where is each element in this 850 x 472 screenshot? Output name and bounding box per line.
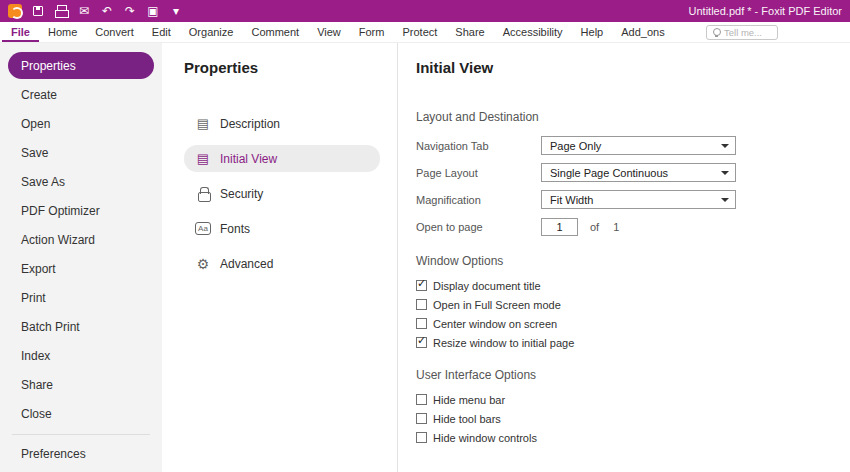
sidebar-item[interactable]: Share bbox=[8, 370, 154, 399]
layout-destination-heading: Layout and Destination bbox=[416, 110, 850, 124]
menubar-item[interactable]: Home bbox=[39, 22, 86, 42]
checkbox[interactable] bbox=[416, 280, 427, 291]
properties-category-item[interactable]: Aa Fonts bbox=[184, 215, 380, 242]
properties-category-item[interactable]: Security bbox=[184, 180, 380, 207]
layout-destination-rows: Navigation Tab Page Only Page Layout Sin… bbox=[416, 132, 850, 213]
redo-icon[interactable]: ↷ bbox=[123, 4, 137, 18]
checkbox[interactable] bbox=[416, 337, 427, 348]
sidebar-item[interactable]: Save As bbox=[8, 167, 154, 196]
checkbox-row[interactable]: Open in Full Screen mode bbox=[416, 295, 850, 314]
properties-category-item[interactable]: ▤ Description bbox=[184, 110, 380, 137]
open-to-page-label: Open to page bbox=[416, 221, 541, 233]
checkbox-row[interactable]: Hide menu bar bbox=[416, 390, 850, 409]
fonts-icon: Aa bbox=[195, 222, 211, 235]
menubar-item[interactable]: Organize bbox=[180, 22, 243, 42]
initial-view-panel: Initial View Layout and Destination Navi… bbox=[397, 43, 850, 472]
sidebar-item[interactable]: Create bbox=[8, 80, 154, 109]
menubar-item[interactable]: File bbox=[2, 22, 39, 42]
menubar-item[interactable]: View bbox=[308, 22, 350, 42]
menubar-item[interactable]: Share bbox=[446, 22, 493, 42]
more-tools-icon[interactable]: ▣ bbox=[146, 4, 160, 18]
chevron-down-icon bbox=[721, 198, 729, 206]
menubar-item[interactable]: Accessibility bbox=[494, 22, 572, 42]
tell-me-icon bbox=[712, 28, 720, 38]
window-title: Untitled.pdf * - Foxit PDF Editor bbox=[689, 5, 842, 17]
properties-category-item[interactable]: ⚙ Advanced bbox=[184, 250, 380, 277]
page-total: 1 bbox=[613, 221, 619, 233]
setting-label: Navigation Tab bbox=[416, 140, 541, 152]
properties-categories: ▤ Description ▤ Initial View Security bbox=[184, 110, 397, 277]
properties-title: Properties bbox=[184, 59, 397, 76]
checkbox[interactable] bbox=[416, 318, 427, 329]
description-icon: ▤ bbox=[195, 116, 211, 132]
menubar-item[interactable]: Edit bbox=[143, 22, 180, 42]
print-icon[interactable] bbox=[54, 4, 68, 18]
menubar-item[interactable]: Convert bbox=[86, 22, 143, 42]
checkbox-row[interactable]: Center window on screen bbox=[416, 314, 850, 333]
sidebar-item[interactable]: Batch Print bbox=[8, 312, 154, 341]
checkbox-label: Resize window to initial page bbox=[433, 337, 574, 349]
ui-options-heading: User Interface Options bbox=[416, 368, 850, 382]
checkbox[interactable] bbox=[416, 432, 427, 443]
sidebar-item[interactable]: PDF Optimizer bbox=[8, 196, 154, 225]
chevron-down-icon bbox=[721, 171, 729, 179]
dropdown-value: Fit Width bbox=[550, 194, 593, 206]
menubar-item[interactable]: Comment bbox=[242, 22, 308, 42]
dropdown[interactable]: Single Page Continuous bbox=[541, 163, 736, 182]
sidebar-item-preferences[interactable]: Preferences bbox=[8, 439, 154, 468]
sidebar-item[interactable]: Open bbox=[8, 109, 154, 138]
checkbox-label: Hide tool bars bbox=[433, 413, 501, 425]
menubar-item[interactable]: Help bbox=[572, 22, 613, 42]
email-icon[interactable]: ✉ bbox=[77, 4, 91, 18]
titlebar: ✉ ↶ ↷ ▣ ▾ Untitled.pdf * - Foxit PDF Edi… bbox=[0, 0, 850, 22]
properties-panel: Properties ▤ Description ▤ Initial View bbox=[162, 43, 397, 472]
ui-options-checkboxes: Hide menu bar Hide tool bars Hide window… bbox=[416, 390, 850, 447]
open-to-page-input[interactable] bbox=[541, 218, 578, 236]
sidebar-item[interactable]: Close bbox=[8, 399, 154, 428]
checkbox[interactable] bbox=[416, 299, 427, 310]
quick-access-toolbar: ✉ ↶ ↷ ▣ ▾ bbox=[8, 4, 183, 18]
sidebar-item[interactable]: Print bbox=[8, 283, 154, 312]
undo-icon[interactable]: ↶ bbox=[100, 4, 114, 18]
checkbox[interactable] bbox=[416, 394, 427, 405]
tell-me-placeholder: Tell me... bbox=[724, 27, 762, 38]
initial-view-title: Initial View bbox=[416, 59, 850, 76]
checkbox-label: Hide window controls bbox=[433, 432, 537, 444]
sidebar-item[interactable]: Index bbox=[8, 341, 154, 370]
setting-label: Page Layout bbox=[416, 167, 541, 179]
sidebar-items: Properties Create Open Save Save As PDF … bbox=[0, 51, 162, 428]
menubar: File Home Convert Edit Organize Comment … bbox=[0, 22, 850, 43]
checkbox[interactable] bbox=[416, 413, 427, 424]
checkbox-row[interactable]: Hide window controls bbox=[416, 428, 850, 447]
of-label: of bbox=[590, 221, 599, 233]
app-window: ✉ ↶ ↷ ▣ ▾ Untitled.pdf * - Foxit PDF Edi… bbox=[0, 0, 850, 472]
setting-row: Magnification Fit Width bbox=[416, 186, 850, 213]
tell-me-search[interactable]: Tell me... bbox=[706, 25, 778, 40]
sidebar-item[interactable]: Properties bbox=[8, 52, 154, 79]
window-options-heading: Window Options bbox=[416, 254, 850, 268]
properties-category-item[interactable]: ▤ Initial View bbox=[184, 145, 380, 172]
checkbox-row[interactable]: Hide tool bars bbox=[416, 409, 850, 428]
properties-category-label: Security bbox=[220, 187, 263, 201]
customize-caret-icon[interactable]: ▾ bbox=[169, 4, 183, 18]
checkbox-label: Display document title bbox=[433, 280, 541, 292]
foxit-logo[interactable] bbox=[8, 4, 22, 18]
checkbox-row[interactable]: Resize window to initial page bbox=[416, 333, 850, 352]
checkbox-row[interactable]: Display document title bbox=[416, 276, 850, 295]
dropdown[interactable]: Page Only bbox=[541, 136, 736, 155]
menubar-item[interactable]: Protect bbox=[393, 22, 446, 42]
menubar-item[interactable]: Form bbox=[350, 22, 394, 42]
dropdown-value: Single Page Continuous bbox=[550, 167, 668, 179]
advanced-icon: ⚙ bbox=[195, 256, 211, 272]
save-icon[interactable] bbox=[31, 4, 45, 18]
sidebar-item[interactable]: Export bbox=[8, 254, 154, 283]
checkbox-label: Center window on screen bbox=[433, 318, 557, 330]
backstage-content: Properties Create Open Save Save As PDF … bbox=[0, 43, 850, 472]
setting-row: Page Layout Single Page Continuous bbox=[416, 159, 850, 186]
sidebar-item[interactable]: Action Wizard bbox=[8, 225, 154, 254]
setting-row: Navigation Tab Page Only bbox=[416, 132, 850, 159]
dropdown[interactable]: Fit Width bbox=[541, 190, 736, 209]
menubar-item[interactable]: Add_ons bbox=[612, 22, 673, 42]
sidebar-item[interactable]: Save bbox=[8, 138, 154, 167]
properties-category-label: Description bbox=[220, 117, 280, 131]
